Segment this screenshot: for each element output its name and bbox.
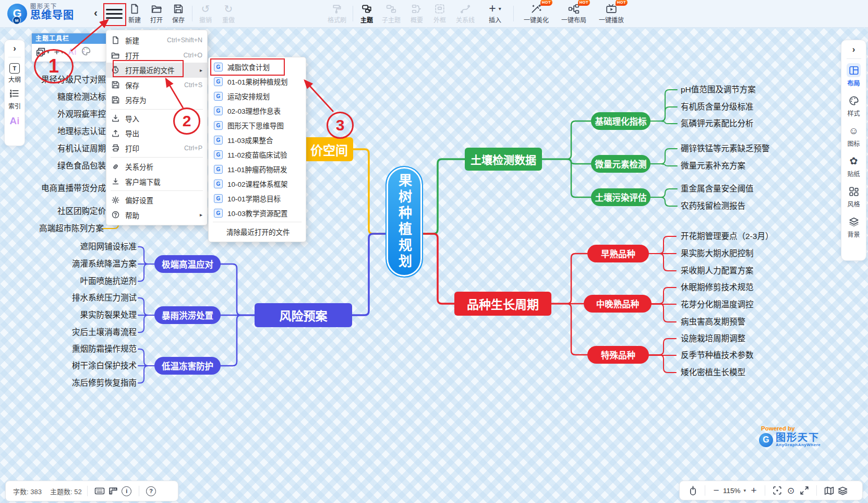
mindmap-root-node[interactable]: 果树种植规划: [385, 166, 423, 278]
leaf[interactable]: 硼锌铁锰等元素缺乏预警: [681, 143, 770, 154]
node-growth[interactable]: 品种生长周期: [454, 292, 551, 316]
ruler-button[interactable]: [106, 487, 120, 495]
info-button[interactable]: i: [120, 486, 134, 496]
sidebar-item-ai[interactable]: Ai: [10, 115, 20, 127]
leaf[interactable]: 糖度检测达标: [57, 92, 106, 102]
leaf[interactable]: 高端超市陈列方案: [39, 223, 104, 234]
undo-button[interactable]: ↺ 撤销: [195, 3, 216, 26]
leaf[interactable]: 冻后修剪恢复指南: [72, 378, 137, 388]
sidebar-item-outline[interactable]: T 大纲: [8, 63, 21, 83]
node-risk-group-2[interactable]: 低温冻害防护: [154, 357, 221, 375]
leaf[interactable]: 灾后土壤消毒流程: [72, 327, 137, 338]
leaf[interactable]: 果实膨大期水肥控制: [681, 248, 754, 259]
leaf[interactable]: 排水系统压力测试: [72, 293, 137, 303]
leaf[interactable]: 重金属含量安全阈值: [681, 184, 754, 194]
insert-button[interactable]: +▾ 插入: [482, 3, 508, 26]
recent-file-item[interactable]: G10-01学期总目标: [209, 191, 306, 206]
locate-target-button[interactable]: ⊙: [784, 485, 798, 496]
clear-recent-files-button[interactable]: 清除最近打开的文件: [209, 224, 306, 239]
sidebar-item-sticker[interactable]: ✿ 贴纸: [847, 154, 861, 178]
outer-frame-button[interactable]: 外框: [429, 3, 451, 26]
leaf[interactable]: 外观瑕疵率控: [57, 109, 106, 119]
open-button[interactable]: 打开: [146, 3, 167, 26]
chevron-down-icon[interactable]: ▾: [744, 488, 746, 493]
node-risk[interactable]: 风险预案: [255, 303, 352, 327]
sidebar-item-style[interactable]: 样式: [847, 93, 861, 117]
play-button[interactable]: HOT 一键播放: [595, 3, 628, 26]
node-growth-group-1[interactable]: 中晚熟品种: [584, 295, 652, 313]
leaf[interactable]: 采收期人力配置方案: [681, 266, 754, 276]
recent-file-item[interactable]: G图形天下思维导图: [209, 118, 306, 133]
relation-line-button[interactable]: 关系线: [452, 3, 479, 26]
zoom-out-button[interactable]: −: [710, 485, 722, 496]
menu-item-relation-analysis[interactable]: 关系分析: [106, 159, 207, 174]
leaf[interactable]: 开花期管理要点（2-3月）: [681, 231, 773, 242]
leaf[interactable]: 农药残留检测报告: [681, 201, 745, 211]
zoom-in-button[interactable]: +: [748, 485, 760, 496]
leaf[interactable]: pH值范围及调节方案: [681, 85, 756, 95]
menu-item-new[interactable]: 新建Ctrl+Shift+N: [106, 33, 207, 48]
save-button[interactable]: 保存: [168, 3, 189, 26]
menu-item-save-as[interactable]: 另存为: [106, 92, 207, 107]
collapse-toolbar-button[interactable]: ‹: [94, 6, 98, 19]
leaf[interactable]: 设施栽培周期调整: [681, 333, 745, 344]
node-soil-group-2[interactable]: 土壤污染评估: [591, 188, 650, 206]
leaf[interactable]: 有机质含量分级标准: [681, 102, 754, 112]
node-soil[interactable]: 土壤检测数据: [465, 148, 542, 171]
menu-item-client-download[interactable]: 客户端下载: [106, 174, 207, 189]
leaf[interactable]: 氮磷钾元素配比分析: [681, 118, 754, 129]
leaf[interactable]: 休眠期修剪技术规范: [681, 282, 754, 293]
leaf[interactable]: 花芽分化期温度调控: [681, 300, 754, 310]
recent-file-item[interactable]: G11-02疫苗临床试验: [209, 147, 306, 162]
leaf[interactable]: 绿色食品包装: [57, 161, 106, 171]
menu-item-print[interactable]: 打印Ctrl+P: [106, 141, 207, 156]
menu-item-open-recent[interactable]: 打开最近的文件▸: [106, 63, 207, 78]
node-soil-group-0[interactable]: 基础理化指标: [591, 112, 650, 130]
recent-file-item[interactable]: G11-03成果整合: [209, 133, 306, 147]
menu-item-help[interactable]: 帮助▸: [106, 208, 207, 223]
summary-button[interactable]: 概要: [406, 3, 428, 26]
keyboard-shortcuts-button[interactable]: [93, 487, 106, 495]
sidebar-item-theme-style[interactable]: 风格: [847, 184, 861, 208]
menu-item-save[interactable]: 保存Ctrl+S: [106, 78, 207, 93]
recent-file-item[interactable]: G02-03理想作息表: [209, 103, 306, 118]
leaf[interactable]: 叶面喷施抗逆剂: [80, 276, 137, 286]
recent-file-item[interactable]: G10-02课程体系框架: [209, 176, 306, 191]
recent-file-item[interactable]: G01-01果树种植规划: [209, 74, 306, 89]
leaf[interactable]: 遮阳网铺设标准: [80, 242, 137, 252]
leaf[interactable]: 地理标志认证: [57, 126, 106, 137]
recent-file-item[interactable]: G11-01肿瘤药物研发: [209, 162, 306, 176]
minimap-button[interactable]: [822, 486, 836, 495]
main-menu-button[interactable]: [106, 6, 123, 21]
node-risk-group-1[interactable]: 暴雨洪涝处置: [154, 306, 221, 324]
beautify-button[interactable]: HOT 一键美化: [520, 3, 553, 26]
leaf[interactable]: 矮化密植生长模型: [681, 367, 745, 378]
leaf[interactable]: 社区团购定价: [57, 206, 106, 217]
mouse-mode-button[interactable]: [686, 486, 700, 496]
help-button[interactable]: ?: [144, 486, 158, 496]
sidebar-item-index[interactable]: 索引: [8, 89, 21, 110]
recent-file-item[interactable]: G减脂饮食计划: [209, 59, 306, 74]
palette-button[interactable]: [81, 46, 91, 58]
expand-right-panel-button[interactable]: ›: [852, 44, 855, 55]
sidebar-item-layout[interactable]: 布局: [847, 63, 861, 87]
menu-item-preferences[interactable]: 偏好设置: [106, 193, 207, 208]
expand-left-panel-button[interactable]: ›: [13, 43, 16, 54]
sidebar-item-icon[interactable]: ☺ 图标: [847, 124, 861, 148]
recent-file-item[interactable]: G运动安排规划: [209, 89, 306, 103]
recent-file-item[interactable]: G10-03教学资源配置: [209, 206, 306, 220]
fullscreen-button[interactable]: [798, 486, 811, 495]
topic-button[interactable]: 主题: [356, 3, 378, 26]
node-growth-group-0[interactable]: 早熟品种: [587, 245, 649, 262]
leaf[interactable]: 反季节种植技术参数: [681, 350, 754, 361]
menu-item-open[interactable]: 打开Ctrl+O: [106, 48, 207, 63]
format-painter-button[interactable]: 格式刷: [324, 3, 349, 26]
new-button[interactable]: 新建: [124, 3, 145, 26]
leaf[interactable]: 树干涂白保护技术: [72, 361, 137, 371]
sidebar-item-background[interactable]: 背景: [847, 214, 861, 238]
leaf[interactable]: 滴灌系统降温方案: [72, 259, 137, 269]
leaf[interactable]: 熏烟防霜操作规范: [72, 344, 137, 354]
leaf[interactable]: 电商直播带货分成: [41, 183, 106, 194]
node-growth-group-2[interactable]: 特殊品种: [587, 346, 649, 364]
leaf[interactable]: 病虫害高发期预警: [681, 317, 745, 327]
